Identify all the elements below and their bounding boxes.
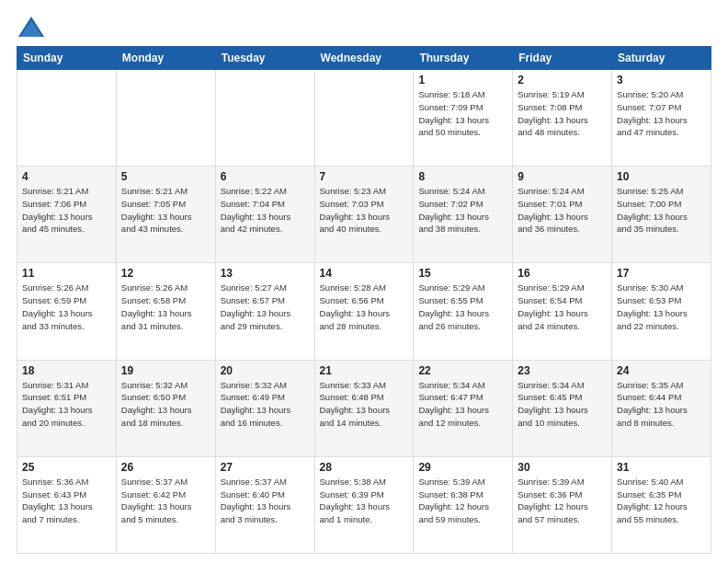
- day-cell: 18Sunrise: 5:31 AM Sunset: 6:51 PM Dayli…: [17, 360, 117, 456]
- day-cell: 31Sunrise: 5:40 AM Sunset: 6:35 PM Dayli…: [612, 456, 711, 553]
- day-info: Sunrise: 5:27 AM Sunset: 6:57 PM Dayligh…: [221, 282, 310, 332]
- day-number: 18: [22, 364, 111, 377]
- day-cell: 25Sunrise: 5:36 AM Sunset: 6:43 PM Dayli…: [17, 456, 117, 553]
- day-number: 25: [22, 461, 111, 474]
- day-cell: 5Sunrise: 5:21 AM Sunset: 7:05 PM Daylig…: [116, 167, 215, 263]
- day-cell: 24Sunrise: 5:35 AM Sunset: 6:44 PM Dayli…: [612, 360, 711, 456]
- day-number: 9: [518, 170, 607, 183]
- weekday-wednesday: Wednesday: [314, 47, 414, 70]
- day-number: 3: [617, 74, 706, 86]
- day-number: 26: [121, 461, 210, 474]
- day-number: 13: [221, 267, 310, 280]
- day-number: 12: [121, 267, 210, 280]
- week-row-5: 25Sunrise: 5:36 AM Sunset: 6:43 PM Dayli…: [17, 456, 711, 553]
- day-cell: 16Sunrise: 5:29 AM Sunset: 6:54 PM Dayli…: [513, 263, 612, 360]
- day-info: Sunrise: 5:34 AM Sunset: 6:47 PM Dayligh…: [418, 379, 507, 430]
- day-number: 28: [320, 461, 409, 474]
- day-number: 11: [22, 267, 111, 280]
- weekday-monday: Monday: [116, 47, 215, 70]
- day-number: 20: [221, 364, 310, 377]
- day-info: Sunrise: 5:18 AM Sunset: 7:09 PM Dayligh…: [418, 88, 507, 139]
- day-info: Sunrise: 5:32 AM Sunset: 6:50 PM Dayligh…: [121, 379, 210, 430]
- day-number: 5: [121, 170, 210, 183]
- week-row-1: 1Sunrise: 5:18 AM Sunset: 7:09 PM Daylig…: [17, 70, 711, 167]
- day-cell: 30Sunrise: 5:39 AM Sunset: 6:36 PM Dayli…: [513, 456, 612, 553]
- day-number: 8: [418, 170, 507, 183]
- week-row-2: 4Sunrise: 5:21 AM Sunset: 7:06 PM Daylig…: [17, 167, 711, 263]
- day-info: Sunrise: 5:35 AM Sunset: 6:44 PM Dayligh…: [617, 379, 706, 430]
- day-cell: 27Sunrise: 5:37 AM Sunset: 6:40 PM Dayli…: [215, 456, 314, 553]
- day-cell: 26Sunrise: 5:37 AM Sunset: 6:42 PM Dayli…: [116, 456, 215, 553]
- day-number: 24: [617, 364, 706, 377]
- weekday-tuesday: Tuesday: [215, 47, 314, 70]
- day-cell: 1Sunrise: 5:18 AM Sunset: 7:09 PM Daylig…: [414, 70, 513, 167]
- day-cell: 20Sunrise: 5:32 AM Sunset: 6:49 PM Dayli…: [215, 360, 314, 456]
- weekday-thursday: Thursday: [414, 47, 513, 70]
- day-info: Sunrise: 5:33 AM Sunset: 6:48 PM Dayligh…: [320, 379, 409, 430]
- day-info: Sunrise: 5:20 AM Sunset: 7:07 PM Dayligh…: [617, 88, 706, 139]
- day-cell: 6Sunrise: 5:22 AM Sunset: 7:04 PM Daylig…: [215, 167, 314, 263]
- day-info: Sunrise: 5:26 AM Sunset: 6:59 PM Dayligh…: [22, 282, 111, 332]
- svg-marker-1: [20, 20, 42, 37]
- day-number: 2: [518, 74, 607, 86]
- day-cell: 11Sunrise: 5:26 AM Sunset: 6:59 PM Dayli…: [17, 263, 117, 360]
- day-cell: 28Sunrise: 5:38 AM Sunset: 6:39 PM Dayli…: [314, 456, 414, 553]
- day-cell: 29Sunrise: 5:39 AM Sunset: 6:38 PM Dayli…: [414, 456, 513, 553]
- day-info: Sunrise: 5:34 AM Sunset: 6:45 PM Dayligh…: [518, 379, 607, 430]
- day-number: 4: [22, 170, 111, 183]
- day-info: Sunrise: 5:32 AM Sunset: 6:49 PM Dayligh…: [221, 379, 310, 430]
- day-cell: 15Sunrise: 5:29 AM Sunset: 6:55 PM Dayli…: [414, 263, 513, 360]
- day-info: Sunrise: 5:19 AM Sunset: 7:08 PM Dayligh…: [518, 88, 607, 139]
- day-cell: 14Sunrise: 5:28 AM Sunset: 6:56 PM Dayli…: [314, 263, 414, 360]
- day-cell: 12Sunrise: 5:26 AM Sunset: 6:58 PM Dayli…: [116, 263, 215, 360]
- day-cell: [116, 70, 215, 167]
- day-info: Sunrise: 5:29 AM Sunset: 6:55 PM Dayligh…: [418, 282, 507, 332]
- day-number: 31: [617, 461, 706, 474]
- day-cell: 17Sunrise: 5:30 AM Sunset: 6:53 PM Dayli…: [612, 263, 711, 360]
- day-number: 7: [320, 170, 409, 183]
- week-row-3: 11Sunrise: 5:26 AM Sunset: 6:59 PM Dayli…: [17, 263, 711, 360]
- day-info: Sunrise: 5:25 AM Sunset: 7:00 PM Dayligh…: [617, 185, 706, 236]
- day-info: Sunrise: 5:39 AM Sunset: 6:38 PM Dayligh…: [418, 476, 507, 526]
- day-number: 17: [617, 267, 706, 280]
- logo-icon: [18, 17, 44, 37]
- day-info: Sunrise: 5:21 AM Sunset: 7:06 PM Dayligh…: [22, 185, 111, 236]
- day-cell: 3Sunrise: 5:20 AM Sunset: 7:07 PM Daylig…: [612, 70, 711, 167]
- week-row-4: 18Sunrise: 5:31 AM Sunset: 6:51 PM Dayli…: [17, 360, 711, 456]
- day-number: 23: [518, 364, 607, 377]
- day-number: 22: [418, 364, 507, 377]
- day-cell: 13Sunrise: 5:27 AM Sunset: 6:57 PM Dayli…: [215, 263, 314, 360]
- day-info: Sunrise: 5:31 AM Sunset: 6:51 PM Dayligh…: [22, 379, 111, 430]
- day-cell: [314, 70, 414, 167]
- day-info: Sunrise: 5:36 AM Sunset: 6:43 PM Dayligh…: [22, 476, 111, 526]
- day-info: Sunrise: 5:30 AM Sunset: 6:53 PM Dayligh…: [617, 282, 706, 332]
- day-number: 14: [320, 267, 409, 280]
- day-cell: 19Sunrise: 5:32 AM Sunset: 6:50 PM Dayli…: [116, 360, 215, 456]
- day-cell: 8Sunrise: 5:24 AM Sunset: 7:02 PM Daylig…: [414, 167, 513, 263]
- day-info: Sunrise: 5:37 AM Sunset: 6:40 PM Dayligh…: [221, 476, 310, 526]
- day-number: 19: [121, 364, 210, 377]
- day-info: Sunrise: 5:37 AM Sunset: 6:42 PM Dayligh…: [121, 476, 210, 526]
- day-number: 29: [418, 461, 507, 474]
- weekday-sunday: Sunday: [17, 47, 117, 70]
- day-number: 10: [617, 170, 706, 183]
- day-cell: 23Sunrise: 5:34 AM Sunset: 6:45 PM Dayli…: [513, 360, 612, 456]
- day-info: Sunrise: 5:24 AM Sunset: 7:01 PM Dayligh…: [518, 185, 607, 236]
- day-cell: 4Sunrise: 5:21 AM Sunset: 7:06 PM Daylig…: [17, 167, 117, 263]
- day-cell: 2Sunrise: 5:19 AM Sunset: 7:08 PM Daylig…: [513, 70, 612, 167]
- day-info: Sunrise: 5:22 AM Sunset: 7:04 PM Dayligh…: [221, 185, 310, 236]
- weekday-header-row: SundayMondayTuesdayWednesdayThursdayFrid…: [17, 47, 711, 70]
- day-info: Sunrise: 5:26 AM Sunset: 6:58 PM Dayligh…: [121, 282, 210, 332]
- logo: [17, 17, 44, 37]
- day-info: Sunrise: 5:29 AM Sunset: 6:54 PM Dayligh…: [518, 282, 607, 332]
- page: SundayMondayTuesdayWednesdayThursdayFrid…: [0, 0, 728, 563]
- day-info: Sunrise: 5:21 AM Sunset: 7:05 PM Dayligh…: [121, 185, 210, 236]
- day-number: 1: [418, 74, 507, 86]
- day-number: 27: [221, 461, 310, 474]
- day-number: 16: [518, 267, 607, 280]
- weekday-saturday: Saturday: [612, 47, 711, 70]
- day-cell: [17, 70, 117, 167]
- day-cell: 10Sunrise: 5:25 AM Sunset: 7:00 PM Dayli…: [612, 167, 711, 263]
- weekday-friday: Friday: [513, 47, 612, 70]
- header: [17, 17, 711, 37]
